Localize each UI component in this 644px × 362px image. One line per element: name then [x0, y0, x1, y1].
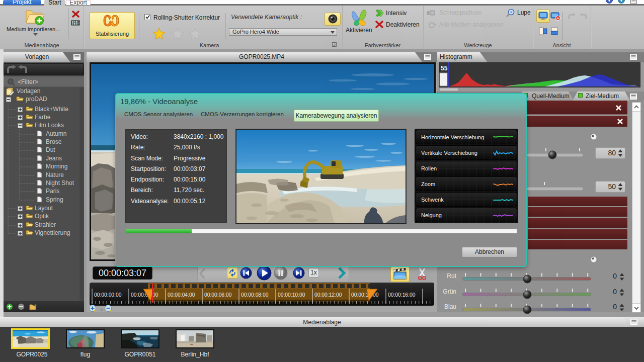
svg-text:00:00:00:00: 00:00:00:00 — [94, 292, 122, 298]
svg-text:55: 55 — [441, 65, 448, 72]
svg-text:00:00:16:00: 00:00:16:00 — [388, 292, 416, 298]
